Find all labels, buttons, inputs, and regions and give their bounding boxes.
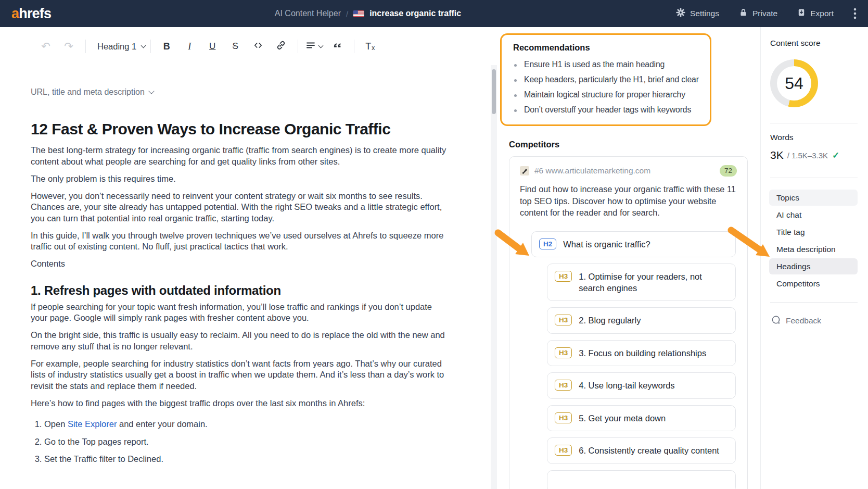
competitors-heading: Competitors (509, 140, 760, 149)
bullet-icon (514, 94, 517, 97)
underline-button[interactable]: U (204, 37, 221, 55)
recommendations-box: Recommendations Ensure H1 is used as the… (500, 33, 711, 126)
url-meta-toggle-label: URL, title and meta description (31, 87, 145, 97)
blockquote-button[interactable] (329, 37, 346, 55)
site-explorer-link[interactable]: Site Explorer (68, 419, 117, 429)
outline-h3-item[interactable]: H3 6. Consistently create quality conten… (547, 437, 736, 464)
contents-label[interactable]: Contents (31, 258, 450, 270)
private-label: Private (752, 9, 777, 18)
words-target-range: / 1.5K–3.3K (787, 151, 828, 160)
toolbar-divider (85, 40, 86, 53)
logo-accent: a (11, 6, 19, 21)
editor-toolbar: ↶ ↷ Heading 1 B I U S Tx (0, 27, 497, 66)
sidebar-nav-item[interactable]: Title tag (769, 224, 858, 240)
competitor-description: Find out how to increase your organic tr… (520, 183, 737, 219)
feedback-button[interactable]: Feedback (770, 315, 858, 327)
ahrefs-logo[interactable]: ahrefs (11, 6, 51, 22)
paragraph[interactable]: The best long-term strategy for increasi… (31, 145, 450, 167)
feedback-label: Feedback (786, 316, 821, 325)
paragraph[interactable]: In this guide, I’ll walk you through twe… (31, 230, 450, 253)
bullet-icon (514, 79, 517, 82)
divider (770, 302, 858, 303)
speech-bubble-icon (771, 315, 781, 327)
outline-h3-list: H3 1. Optimise for your readers, not sea… (520, 264, 737, 464)
navbar-actions: Settings Private Export (676, 8, 857, 19)
paragraph[interactable]: However, you don’t necessarily need to r… (31, 191, 450, 224)
export-file-icon (797, 8, 806, 19)
paragraph[interactable]: Here’s how to find pages with the bigges… (31, 398, 450, 409)
article-title[interactable]: 12 Fast & Proven Ways to Increase Organi… (31, 120, 427, 138)
paragraph[interactable]: The only problem is this requires time. (31, 173, 450, 185)
list-item[interactable]: Set the Traffic filter to Declined. (44, 454, 427, 465)
outline-h2-item[interactable]: H2 What is organic traffic? (531, 231, 736, 258)
recommendation-item: Maintain logical structure for proper hi… (512, 87, 703, 102)
sidebar-nav: TopicsAI chatTitle tagMeta descriptionHe… (770, 190, 858, 292)
outline-item-text: 4. Use long-tail keywords (579, 380, 674, 392)
redo-button[interactable]: ↷ (60, 37, 77, 55)
sidebar-nav-item[interactable]: AI chat (769, 207, 858, 223)
document-canvas[interactable]: URL, title and meta description 12 Fast … (0, 66, 461, 465)
competitor-heading-outline: H2 What is organic traffic? H3 1. Optimi… (520, 231, 737, 489)
h3-tag-badge: H3 (555, 412, 572, 423)
sidebar-nav-item[interactable]: Competitors (769, 275, 858, 292)
clear-formatting-button[interactable]: Tx (362, 37, 378, 55)
check-icon: ✓ (832, 150, 839, 161)
clear-formatting-icon: T (365, 41, 371, 52)
strikethrough-button[interactable]: S (227, 37, 244, 55)
chevron-down-icon (141, 43, 146, 48)
breadcrumb-document-title: increase organic traffic (369, 9, 461, 18)
toolbar-divider (298, 40, 298, 53)
outline-item-text: 6. Consistently create quality content (579, 445, 719, 457)
steps-list: Open Site Explorer and enter your domain… (32, 419, 427, 465)
list-item[interactable]: Open Site Explorer and enter your domain… (44, 419, 427, 430)
code-button[interactable] (250, 37, 266, 55)
content-score-value: 54 (777, 66, 811, 101)
outline-h3-item[interactable]: H3 2. Blog regularly (547, 307, 736, 334)
link-button[interactable] (273, 37, 289, 55)
words-current: 3K (770, 149, 784, 161)
url-meta-toggle[interactable]: URL, title and meta description (31, 87, 154, 97)
italic-button[interactable]: I (181, 37, 198, 55)
paragraph[interactable]: For example, people searching for indust… (31, 358, 450, 392)
undo-button[interactable]: ↶ (37, 37, 54, 55)
sidebar-nav-item[interactable]: Meta description (769, 241, 858, 257)
undo-icon: ↶ (41, 40, 50, 53)
align-button[interactable] (305, 37, 323, 55)
h3-tag-badge: H3 (555, 445, 572, 456)
outline-h3-item[interactable]: H3 3. Focus on building relationships (547, 340, 736, 367)
recommendation-item: Don’t overstuff your header tags with ke… (512, 102, 703, 117)
list-item[interactable]: Go to the Top pages report. (44, 436, 427, 448)
paragraph[interactable]: On the bright side, this traffic is usua… (31, 330, 450, 352)
toolbar-divider (354, 40, 354, 53)
more-menu-button[interactable] (853, 8, 857, 19)
quote-icon (333, 40, 342, 53)
intro-paragraphs: The best long-term strategy for increasi… (31, 145, 427, 253)
outline-h3-item[interactable]: H3 5. Get your meta down (547, 405, 736, 432)
competitor-card-header: #6 www.articulatemarketing.com 72 (520, 165, 737, 177)
outline-h3-item[interactable]: H3 1. Optimise for your readers, not sea… (547, 264, 736, 301)
heading-style-select[interactable]: Heading 1 (97, 37, 145, 55)
underline-icon: U (209, 41, 215, 52)
settings-button[interactable]: Settings (676, 8, 719, 19)
paragraph[interactable]: If people searching for your topic want … (31, 302, 450, 324)
divider (770, 123, 858, 123)
editor-scrollbar[interactable] (491, 65, 497, 489)
competitor-favicon-icon (520, 166, 529, 175)
breadcrumb-app-name[interactable]: AI Content Helper (275, 9, 341, 18)
right-sidebar: Content score 54 Words 3K / 1.5K–3.3K ✓ … (761, 27, 868, 489)
competitor-rank-domain: #6 www.articulatemarketing.com (534, 166, 650, 175)
section-heading[interactable]: 1. Refresh pages with outdated informati… (31, 283, 427, 298)
divider (770, 178, 858, 178)
sidebar-nav-item[interactable]: Topics (769, 190, 858, 206)
competitor-card[interactable]: #6 www.articulatemarketing.com 72 Find o… (509, 156, 748, 489)
editor-scrollbar-thumb[interactable] (492, 69, 496, 114)
align-left-icon (305, 40, 316, 53)
heading-style-label: Heading 1 (97, 42, 136, 52)
h2-tag-badge: H2 (539, 239, 556, 249)
private-button[interactable]: Private (739, 8, 777, 19)
chevron-down-icon (318, 43, 324, 48)
bold-button[interactable]: B (158, 37, 175, 55)
export-button[interactable]: Export (797, 8, 834, 19)
sidebar-nav-item[interactable]: Headings (769, 258, 858, 274)
outline-h3-item[interactable]: H3 4. Use long-tail keywords (547, 372, 736, 399)
